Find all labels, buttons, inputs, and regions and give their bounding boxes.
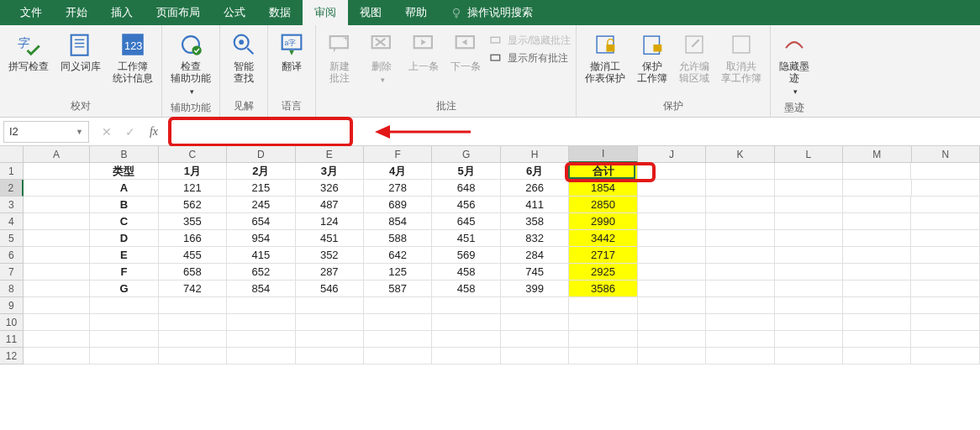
cell[interactable]	[569, 314, 637, 331]
tab-insert[interactable]: 插入	[99, 0, 145, 25]
cell[interactable]: 287	[296, 264, 364, 281]
workbook-stats-button[interactable]: 123 工作簿 统计信息	[109, 29, 156, 86]
cell[interactable]	[364, 348, 432, 364]
cell[interactable]: 587	[364, 281, 432, 297]
cell[interactable]	[432, 331, 500, 348]
cell[interactable]	[911, 247, 979, 264]
cell[interactable]: 399	[501, 281, 569, 297]
thesaurus-button[interactable]: 同义词库	[57, 29, 104, 74]
cell[interactable]: 745	[501, 264, 569, 281]
cell[interactable]: 854	[227, 281, 295, 297]
select-all-corner[interactable]	[0, 146, 24, 163]
cell[interactable]: 456	[432, 197, 500, 213]
smart-lookup-button[interactable]: 智能 查找	[225, 29, 262, 86]
cell[interactable]: 652	[227, 264, 295, 281]
cell[interactable]	[638, 230, 706, 247]
cell[interactable]	[24, 331, 90, 348]
tab-data[interactable]: 数据	[257, 0, 303, 25]
cell[interactable]	[638, 297, 706, 314]
col-header[interactable]: F	[364, 146, 432, 163]
cell[interactable]	[706, 348, 774, 364]
cell[interactable]	[843, 247, 911, 264]
col-header[interactable]: L	[775, 146, 843, 163]
cell[interactable]: A	[90, 180, 158, 197]
cell[interactable]	[843, 297, 911, 314]
cell[interactable]: 2925	[569, 264, 637, 281]
cell[interactable]: 411	[501, 197, 569, 213]
next-comment-button[interactable]: 下一条	[447, 29, 484, 74]
col-header[interactable]: K	[706, 146, 774, 163]
cell[interactable]	[159, 348, 227, 364]
cell[interactable]: 569	[432, 247, 500, 264]
cell[interactable]: 1月	[159, 163, 227, 180]
cell[interactable]: 742	[159, 281, 227, 297]
cell[interactable]	[775, 180, 843, 197]
new-comment-button[interactable]: + 新建 批注	[321, 29, 358, 86]
cell[interactable]	[775, 297, 843, 314]
col-header[interactable]: C	[159, 146, 227, 163]
unprotect-sheet-button[interactable]: 撤消工 作表保护	[582, 29, 629, 86]
cell[interactable]	[159, 331, 227, 348]
cell[interactable]: 266	[501, 180, 569, 197]
row-header[interactable]: 6	[0, 247, 24, 264]
cell[interactable]	[90, 297, 158, 314]
cell[interactable]	[638, 247, 706, 264]
cell[interactable]	[912, 180, 980, 197]
cell[interactable]: 278	[364, 180, 432, 197]
unshare-workbook-button[interactable]: 取消共 享工作簿	[718, 29, 765, 86]
col-header[interactable]: D	[227, 146, 295, 163]
cell[interactable]	[90, 331, 158, 348]
cell[interactable]	[638, 163, 706, 180]
cell[interactable]	[706, 213, 774, 230]
cell[interactable]: 类型	[90, 163, 158, 180]
cell[interactable]: 4月	[364, 163, 432, 180]
cell[interactable]: 355	[159, 213, 227, 230]
cell[interactable]: 832	[501, 230, 569, 247]
col-header[interactable]: I	[569, 146, 637, 163]
cell[interactable]	[227, 314, 295, 331]
protect-workbook-button[interactable]: 保护 工作簿	[634, 29, 671, 86]
show-all-comments-button[interactable]: 显示所有批注	[489, 51, 571, 66]
formula-input[interactable]	[168, 117, 353, 147]
cell[interactable]: 215	[227, 180, 295, 197]
row-header[interactable]: 1	[0, 163, 24, 180]
tab-file[interactable]: 文件	[8, 0, 54, 25]
cell[interactable]	[24, 213, 90, 230]
cell[interactable]	[706, 230, 774, 247]
cell[interactable]: 487	[296, 197, 364, 213]
row-header[interactable]: 7	[0, 264, 24, 281]
cell[interactable]	[432, 314, 500, 331]
cell[interactable]	[296, 297, 364, 314]
cell[interactable]	[364, 314, 432, 331]
cell[interactable]	[638, 348, 706, 364]
cell[interactable]: 642	[364, 247, 432, 264]
row-header[interactable]: 9	[0, 297, 24, 314]
cell[interactable]	[159, 297, 227, 314]
tab-page-layout[interactable]: 页面布局	[145, 0, 212, 25]
cell[interactable]: 588	[364, 230, 432, 247]
cell[interactable]: 5月	[432, 163, 500, 180]
cell[interactable]	[706, 264, 774, 281]
cell[interactable]: 284	[501, 247, 569, 264]
tab-review[interactable]: 审阅	[303, 0, 348, 25]
cell[interactable]	[911, 213, 979, 230]
cell[interactable]: 458	[432, 264, 500, 281]
check-accessibility-button[interactable]: 检查 辅助功能▾	[167, 29, 214, 99]
cell[interactable]: 326	[296, 180, 364, 197]
cell[interactable]: 451	[296, 230, 364, 247]
cell[interactable]	[364, 297, 432, 314]
cell[interactable]	[569, 348, 637, 364]
cell[interactable]	[911, 331, 979, 348]
cancel-formula-button[interactable]: ✕	[96, 121, 118, 143]
col-header[interactable]: H	[501, 146, 569, 163]
row-header[interactable]: 11	[0, 331, 24, 348]
cell[interactable]	[432, 297, 500, 314]
cell[interactable]: 2850	[569, 197, 637, 213]
cell[interactable]	[775, 348, 843, 364]
cell[interactable]	[775, 281, 843, 297]
cell[interactable]: D	[90, 230, 158, 247]
cell[interactable]	[911, 281, 979, 297]
cell[interactable]	[638, 314, 706, 331]
cell[interactable]: 6月	[501, 163, 569, 180]
cell[interactable]	[911, 163, 979, 180]
